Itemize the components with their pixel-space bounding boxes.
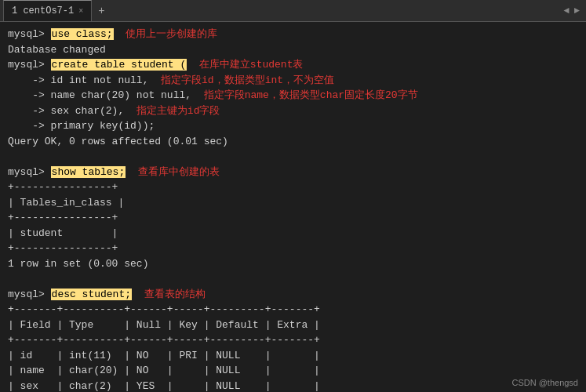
command-highlight: create table student ( [51,59,187,71]
terminal-plain-line: | sex | char(2) | YES | | NULL | | [8,379,578,393]
tab-close-button[interactable]: × [78,7,83,16]
line-comment: 指定字段name，数据类型char固定长度20字节 [191,89,418,101]
terminal-cmd-line: mysql> use class; 使用上一步创建的库 [8,27,578,42]
terminal-cmd-line: mysql> desc student; 查看表的结构 [8,287,578,303]
line-comment: 查看表的结构 [132,289,206,300]
terminal-cmd-line: mysql> show tables; 查看库中创建的表 [8,165,578,180]
title-bar: 1 centOs7-1 × + ◄ ► [0,0,586,22]
watermark: CSDN @thengsd [511,378,578,387]
line-comment: 查看库中创建的表 [126,166,220,178]
tab-add-button[interactable]: + [95,5,107,17]
terminal-plain-line: +----------------+ [8,241,578,256]
terminal-plain-line: +----------------+ [8,210,578,226]
command-highlight: desc student; [51,289,132,300]
terminal-plain-line: | Tables_in_class | [8,195,578,211]
terminal-tab[interactable]: 1 centOs7-1 × [3,0,92,21]
terminal-plain-line: +-------+----------+------+-----+-------… [8,302,578,318]
terminal-plain-line: | id | int(11) | NO | PRI | NULL | | [8,348,578,364]
line-comment: 指定字段id，数据类型int，不为空值 [148,74,334,86]
terminal-blank-line [8,149,578,165]
terminal-plain-line: | Field | Type | Null | Key | Default | … [8,318,578,333]
terminal-plain-line: 1 row in set (0.00 sec) [8,256,578,272]
terminal-plain-line: -> name char(20) not null, 指定字段name，数据类型… [8,88,578,103]
terminal-plain-line: +-------+----------+------+-----+-------… [8,332,578,348]
terminal-plain-line: | student | [8,226,578,241]
line-comment: 指定主键为id字段 [124,105,220,117]
command-highlight: use class; [51,28,114,40]
terminal-plain-line: -> sex char(2), 指定主键为id字段 [8,103,578,119]
line-comment: 在库中建立student表 [187,59,303,71]
line-comment: 使用上一步创建的库 [114,28,218,40]
terminal-plain-line: Query OK, 0 rows affected (0.01 sec) [8,134,578,150]
tab-label: 1 centOs7-1 [12,5,74,16]
terminal-plain-line: | name | char(20) | NO | | NULL | | [8,363,578,379]
terminal-plain-line: -> id int not null, 指定字段id，数据类型int，不为空值 [8,73,578,89]
terminal-area[interactable]: mysql> use class; 使用上一步创建的库Database chan… [0,22,586,392]
terminal-cmd-line: mysql> create table student ( 在库中建立stude… [8,57,578,73]
nav-left-icon[interactable]: ◄ [564,5,570,16]
terminal-plain-line: Database changed [8,42,578,58]
terminal-plain-line: -> primary key(id)); [8,118,578,134]
terminal-blank-line [8,271,578,287]
nav-arrows: ◄ ► [564,5,583,16]
terminal-plain-line: +----------------+ [8,180,578,195]
command-highlight: show tables; [51,166,126,178]
nav-right-icon[interactable]: ► [574,5,580,16]
